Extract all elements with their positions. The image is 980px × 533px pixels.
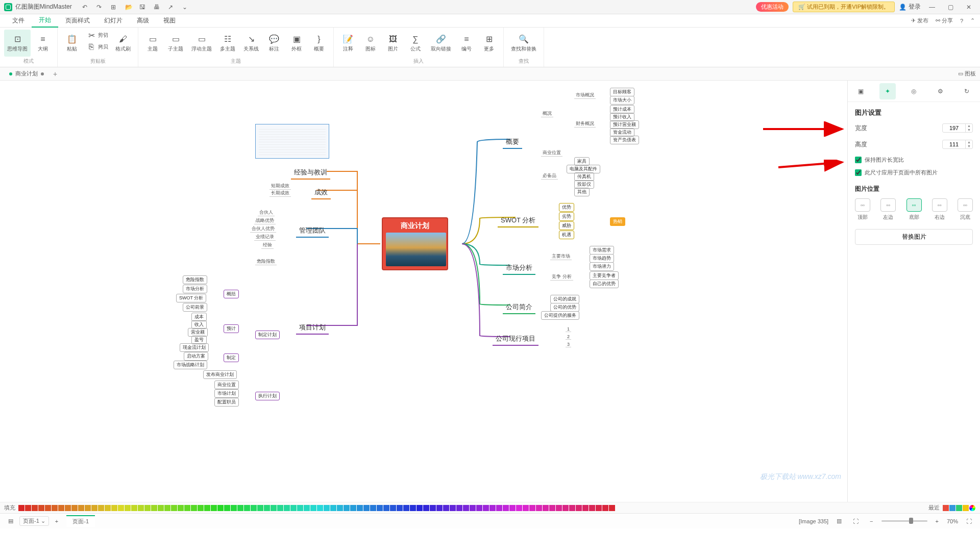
color-swatch[interactable] [178, 505, 184, 511]
export-icon[interactable]: ↗ [168, 4, 175, 11]
pos-top[interactable]: ▫▫顶部 [855, 198, 870, 221]
menu-file[interactable]: 文件 [5, 14, 32, 27]
color-swatch[interactable] [330, 505, 336, 511]
menu-page-style[interactable]: 页面样式 [58, 14, 97, 27]
node-sub[interactable]: 主要竞争者 [590, 271, 619, 280]
recent-swatch[interactable] [949, 505, 955, 511]
color-swatch[interactable] [403, 505, 409, 511]
node-sub[interactable]: 商业位置 [214, 380, 239, 389]
color-swatch[interactable] [32, 505, 38, 511]
color-swatch[interactable] [191, 505, 197, 511]
color-swatch[interactable] [304, 505, 310, 511]
node-team[interactable]: 管理团队 [296, 224, 329, 238]
node-sub[interactable]: 启动方案 [184, 352, 208, 361]
zoom-in-button[interactable]: + [933, 517, 942, 525]
node-sub[interactable]: 市场潜力 [590, 262, 614, 271]
node-sub[interactable]: 经验 [261, 242, 274, 249]
color-swatch[interactable] [410, 505, 416, 511]
number-button[interactable]: ≡编号 [456, 30, 477, 57]
node-sub[interactable]: 劣势 [559, 212, 574, 221]
print-icon[interactable]: 🖶 [154, 4, 161, 11]
node-sub[interactable]: 其他 [574, 188, 590, 196]
recent-swatch[interactable] [956, 505, 962, 511]
login-button[interactable]: 👤 登录 [899, 3, 921, 11]
new-icon[interactable]: ⊞ [111, 4, 118, 11]
width-input[interactable] [943, 125, 965, 131]
height-up[interactable]: ▲ [966, 140, 972, 144]
maximize-button[interactable]: ▢ [943, 2, 958, 12]
node-sub[interactable]: 自己的优势 [590, 280, 619, 288]
node-sub[interactable]: 危险指数 [183, 275, 207, 284]
node-result[interactable]: 成效 [311, 186, 331, 199]
color-swatch[interactable] [423, 505, 429, 511]
collapse-ribbon-icon[interactable]: ⌃ [970, 17, 975, 24]
color-swatch[interactable] [284, 505, 290, 511]
save-icon[interactable]: 🖫 [139, 4, 146, 11]
color-swatch[interactable] [324, 505, 330, 511]
color-swatch[interactable] [383, 505, 389, 511]
page-tab[interactable]: 页面-1 [66, 515, 95, 527]
color-swatch[interactable] [582, 505, 589, 511]
node-forecast[interactable]: 预计 [224, 324, 239, 333]
close-button[interactable]: ✕ [962, 2, 976, 12]
multi-topic-button[interactable]: ☷多主题 [217, 30, 238, 57]
color-swatch[interactable] [317, 505, 323, 511]
panel-toggle-button[interactable]: ▭ 图板 [958, 70, 976, 78]
node-sub[interactable]: 优势 [559, 203, 574, 212]
node-compete[interactable]: 竞争 分析 [550, 273, 573, 281]
color-swatch[interactable] [290, 505, 297, 511]
outline-mode-button[interactable]: ≡大纲 [33, 30, 53, 57]
color-swatch[interactable] [536, 505, 542, 511]
color-swatch[interactable] [310, 505, 316, 511]
mindmap-canvas[interactable]: 商业计划 经验与教训 成效 短期成效 长期成效 管理团队 合伙人 战略优势 合伙… [0, 81, 847, 502]
color-swatch[interactable] [144, 505, 151, 511]
color-swatch[interactable] [125, 505, 131, 511]
node-sub[interactable]: 危险指数 [255, 258, 277, 265]
format-painter-button[interactable]: 🖌格式刷 [112, 30, 134, 57]
color-swatch[interactable] [151, 505, 157, 511]
note-button[interactable]: 📝注释 [338, 30, 358, 57]
callout-button[interactable]: 💬标注 [264, 30, 284, 57]
node-sub[interactable]: 目标顾客 [610, 88, 634, 96]
node-sub[interactable]: 公司前景 [183, 303, 207, 312]
color-swatch[interactable] [483, 505, 489, 511]
root-node[interactable]: 商业计划 [382, 217, 448, 270]
color-swatch[interactable] [25, 505, 31, 511]
node-sub[interactable]: 市场概况 [574, 92, 596, 99]
color-swatch[interactable] [450, 505, 456, 511]
color-swatch[interactable] [52, 505, 58, 511]
color-swatch[interactable] [71, 505, 78, 511]
color-swatch[interactable] [350, 505, 356, 511]
fullscreen-icon[interactable]: ⛶ [963, 517, 975, 525]
node-market[interactable]: 市场分析 [503, 262, 535, 275]
node-sub[interactable]: 公司提供的服务 [541, 311, 579, 320]
node-make[interactable]: 制定 [224, 353, 239, 362]
node-sub[interactable]: 现金流计划 [180, 343, 209, 352]
color-swatch[interactable] [85, 505, 91, 511]
floating-topic-button[interactable]: ▭浮动主题 [188, 30, 215, 57]
color-swatch[interactable] [549, 505, 555, 511]
width-up[interactable]: ▲ [966, 124, 972, 128]
color-swatch[interactable] [609, 505, 615, 511]
apply-all-check[interactable]: 此尺寸应用于页面中所有图片 [855, 169, 973, 176]
node-sub[interactable]: 市场大小 [610, 96, 634, 105]
node-sub[interactable]: 合伙人优势 [250, 225, 276, 233]
cut-button[interactable]: ✂剪切 [84, 30, 110, 41]
node-sub[interactable]: 发布商业计划 [203, 370, 237, 379]
pos-sink[interactable]: ▫▫沉底 [958, 198, 973, 221]
node-sub[interactable]: 公司的优势 [550, 303, 579, 312]
color-swatch[interactable] [523, 505, 529, 511]
color-swatch[interactable] [596, 505, 602, 511]
fit-page-icon[interactable]: ⛶ [850, 517, 862, 525]
node-sub[interactable]: 威胁 [559, 221, 574, 230]
color-swatch[interactable] [138, 505, 144, 511]
height-down[interactable]: ▼ [966, 144, 972, 148]
color-swatch[interactable] [529, 505, 535, 511]
node-sub[interactable]: 业绩记录 [254, 234, 276, 241]
pos-right[interactable]: ▫▫右边 [932, 198, 947, 221]
menu-start[interactable]: 开始 [32, 14, 58, 28]
node-current[interactable]: 公司现行项目 [493, 333, 538, 346]
node-main-market[interactable]: 主要市场 [550, 253, 572, 260]
minimize-button[interactable]: — [925, 2, 939, 12]
menu-slideshow[interactable]: 幻灯片 [97, 14, 130, 27]
